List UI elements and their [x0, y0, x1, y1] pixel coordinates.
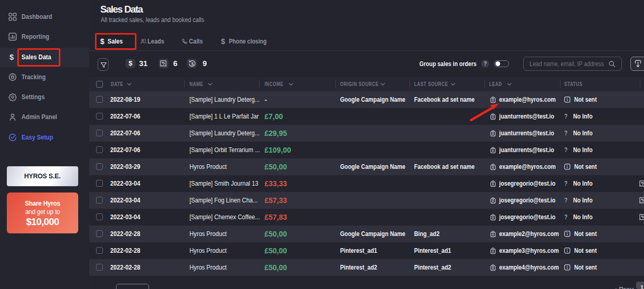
svg-text:$: $ — [191, 61, 194, 67]
